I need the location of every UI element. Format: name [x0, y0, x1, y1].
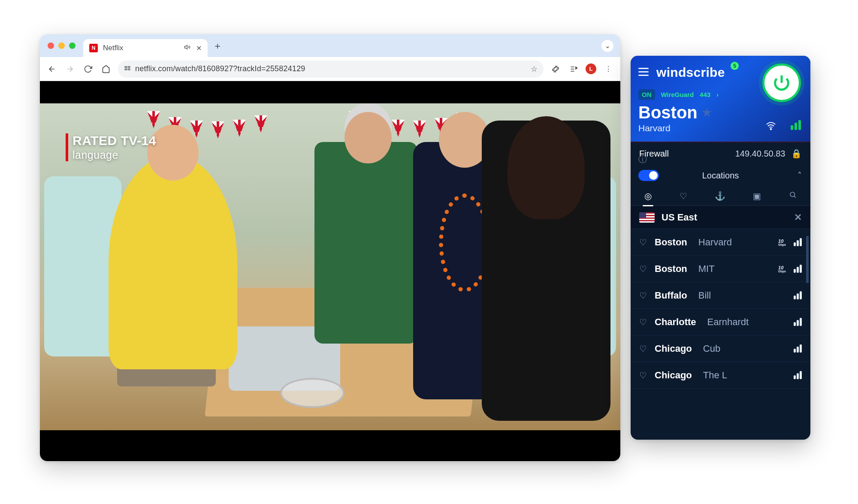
favorite-icon[interactable]: ♡ — [639, 290, 647, 301]
toolbar: netflix.com/watch/81608927?trackId=25582… — [40, 57, 620, 81]
ip-address: 149.40.50.83 — [735, 149, 785, 158]
server-city: Boston — [655, 263, 687, 275]
signal-bars-icon — [794, 344, 802, 353]
site-settings-icon[interactable] — [124, 65, 131, 73]
tab-title: Netflix — [103, 44, 179, 52]
new-tab-button[interactable]: ＋ — [213, 39, 222, 52]
video-frame: RATED TV-14 language — [40, 103, 620, 430]
browser-tab[interactable]: N Netflix ✕ — [83, 39, 208, 57]
window-controls[interactable] — [48, 42, 76, 49]
signal-bars-icon — [794, 318, 802, 326]
ten-gbps-badge: 10Gbps — [778, 238, 786, 246]
ten-gbps-badge: 10Gbps — [778, 265, 786, 273]
server-list: ♡BostonHarvard10Gbps♡BostonMIT10Gbps♡Buf… — [631, 229, 810, 389]
tab-favorites-icon[interactable]: ♡ — [680, 191, 687, 201]
rating-overlay: RATED TV-14 language — [66, 133, 156, 161]
server-row[interactable]: ♡ChicagoCub — [631, 335, 810, 362]
home-button[interactable] — [100, 63, 112, 75]
svg-rect-3 — [128, 69, 130, 70]
browser-window: N Netflix ✕ ＋ ⌄ netflix.com/watch/816089… — [40, 34, 620, 461]
signal-bars-icon — [791, 120, 801, 130]
tab-config-icon[interactable]: ▣ — [753, 191, 761, 201]
url-text: netflix.com/watch/81608927?trackId=25582… — [135, 64, 526, 73]
search-icon[interactable] — [789, 191, 797, 201]
tab-static-icon[interactable]: ⚓ — [715, 191, 725, 201]
server-subname: MIT — [698, 263, 715, 275]
svg-point-5 — [790, 192, 795, 197]
city-subname: Harvard — [638, 123, 712, 133]
chevron-right-icon[interactable]: › — [716, 91, 719, 98]
netflix-favicon-icon: N — [89, 44, 98, 52]
favorite-star-icon[interactable]: ★ — [702, 106, 712, 119]
address-bar[interactable]: netflix.com/watch/81608927?trackId=25582… — [118, 60, 544, 78]
back-button[interactable] — [46, 63, 58, 75]
collapse-group-icon[interactable]: ✕ — [794, 212, 802, 223]
svg-point-4 — [770, 129, 772, 130]
minimize-window-icon[interactable] — [58, 42, 65, 49]
menu-icon[interactable]: ⋮ — [602, 63, 614, 75]
signal-bars-icon — [794, 265, 802, 273]
location-tabs: ◎ ♡ ⚓ ▣ — [631, 186, 810, 206]
favorite-icon[interactable]: ♡ — [639, 370, 647, 380]
server-subname: The L — [703, 370, 727, 381]
location-group-header[interactable]: US East ✕ — [631, 206, 810, 229]
locations-header[interactable]: ⓘ Locations ˄ — [631, 165, 810, 186]
server-city: Buffalo — [655, 290, 687, 301]
protocol-label[interactable]: WireGuard — [661, 91, 694, 98]
favorite-icon[interactable]: ♡ — [639, 237, 647, 247]
notification-badge[interactable]: 5 — [731, 62, 739, 70]
signal-bars-icon — [794, 238, 802, 246]
signal-bars-icon — [794, 371, 802, 379]
server-row[interactable]: ♡BostonHarvard10Gbps — [631, 229, 810, 256]
server-subname: Earnhardt — [707, 317, 749, 328]
info-icon[interactable]: ⓘ — [638, 154, 647, 165]
reload-button[interactable] — [82, 63, 94, 75]
server-subname: Bill — [698, 290, 711, 301]
bookmark-icon[interactable]: ☆ — [531, 64, 538, 74]
lock-icon: 🔒 — [791, 149, 802, 158]
power-button[interactable] — [762, 63, 801, 102]
favorite-icon[interactable]: ♡ — [639, 344, 647, 354]
server-city: Chicago — [655, 370, 692, 381]
wifi-icon — [766, 121, 776, 134]
decor-bowl — [280, 378, 344, 408]
server-row[interactable]: ♡ChicagoThe L — [631, 362, 810, 389]
menu-icon[interactable] — [638, 68, 649, 76]
signal-bars-icon — [794, 291, 802, 299]
favorite-icon[interactable]: ♡ — [639, 317, 647, 327]
favorite-icon[interactable]: ♡ — [639, 264, 647, 274]
media-controls-icon[interactable] — [568, 63, 580, 75]
maximize-window-icon[interactable] — [69, 42, 76, 49]
mute-tab-icon[interactable] — [184, 44, 191, 52]
decor-person — [482, 121, 610, 421]
tab-all-icon[interactable]: ◎ — [644, 191, 652, 201]
server-row[interactable]: ♡BostonMIT10Gbps — [631, 256, 810, 282]
server-city: Boston — [655, 237, 687, 248]
close-tab-icon[interactable]: ✕ — [196, 44, 202, 52]
firewall-toggle[interactable] — [638, 170, 659, 181]
current-location: Boston ★ Harvard — [638, 103, 712, 133]
tabs-dropdown-icon[interactable]: ⌄ — [601, 40, 613, 52]
connection-status-row: ON WireGuard 443 › — [638, 89, 719, 100]
server-row[interactable]: ♡CharlotteEarnhardt — [631, 309, 810, 335]
server-row[interactable]: ♡BuffaloBill — [631, 282, 810, 309]
profile-avatar[interactable]: L — [586, 63, 596, 74]
status-chip: ON — [638, 89, 655, 100]
chevron-up-icon[interactable]: ˄ — [798, 170, 802, 181]
scrollbar-thumb[interactable] — [806, 236, 809, 283]
port-label[interactable]: 443 — [700, 91, 710, 98]
video-player[interactable]: RATED TV-14 language — [40, 81, 620, 461]
group-name: US East — [662, 212, 697, 223]
decor-person — [314, 142, 417, 344]
vpn-window: windscribe 5 ON WireGuard 443 › Boston ★… — [631, 56, 810, 440]
decor-person — [109, 155, 237, 369]
server-city: Charlotte — [655, 317, 696, 328]
locations-label: Locations — [702, 171, 739, 181]
svg-rect-0 — [125, 66, 127, 68]
server-subname: Harvard — [698, 237, 732, 248]
rating-subtext: language — [73, 149, 156, 161]
extensions-icon[interactable] — [550, 63, 562, 75]
close-window-icon[interactable] — [48, 42, 54, 49]
firewall-row: Firewall 149.40.50.83 🔒 — [631, 142, 810, 165]
forward-button[interactable] — [64, 63, 76, 75]
